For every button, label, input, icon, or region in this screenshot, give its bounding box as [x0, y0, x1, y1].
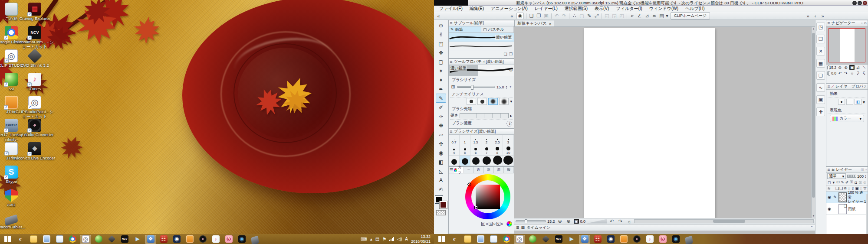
touch-keyboard-icon[interactable]: ⌨	[361, 237, 367, 241]
taskbar-clip-studio-icon[interactable]: ◎	[80, 235, 91, 244]
tool-zoom[interactable]: ⊙	[436, 21, 446, 30]
taskbar-explorer-icon[interactable]	[28, 235, 39, 244]
taskbar-any-audio-icon[interactable]	[197, 235, 208, 244]
select-dots-button[interactable]: ∴	[571, 13, 578, 19]
taskbar-wacom-icon[interactable]	[249, 235, 260, 244]
taskbar-dvd-shrink-icon[interactable]	[106, 235, 117, 244]
menu-window[interactable]: ウィンドウ(W)	[646, 6, 682, 12]
ruler-menu-button[interactable]: ▤	[658, 13, 665, 19]
dropdown-icon[interactable]: ▾	[510, 99, 512, 104]
clip-to-layer-button[interactable]: ⬭	[836, 180, 840, 185]
expand-timeline-icon[interactable]: ⌃	[810, 225, 813, 230]
desktop-icon-avg[interactable]: AVG	[0, 189, 32, 208]
desktop-icon-niconico-live-encoder[interactable]: ◆➚Niconico Live Encoder	[14, 142, 56, 161]
maximize-button[interactable]: □	[858, 1, 862, 5]
taskbar-computer-icon[interactable]	[41, 235, 52, 244]
tab-color-mixing[interactable]: 混	[494, 167, 504, 173]
size-0.7[interactable]: 0.7	[449, 135, 460, 145]
clip-studio-launch-button[interactable]: ◉	[516, 13, 524, 19]
tab-subview-icon[interactable]: ▫	[861, 21, 862, 25]
taskbar-clock[interactable]: 13:322016/05/21	[411, 234, 432, 244]
menu-filter[interactable]: フィルター(I)	[612, 6, 645, 12]
blend-mode-dropdown[interactable]: 通常▾	[827, 173, 846, 179]
show-hidden-icons[interactable]: ▴	[370, 237, 372, 241]
tool-pen[interactable]: ✒	[436, 85, 446, 94]
right-arrow-icon[interactable]: ▸	[510, 114, 512, 118]
tone-panel-icon[interactable]: ▦	[816, 59, 825, 68]
panel-menu-icon[interactable]: ≣	[450, 21, 453, 25]
collapse-panel-icon[interactable]: «	[508, 13, 516, 19]
taskbar-notepad-icon[interactable]	[54, 235, 65, 244]
taskbar-any-audio-icon[interactable]	[631, 235, 642, 244]
vscroll-thumb[interactable]	[812, 33, 815, 198]
layer-fill-button[interactable]: ◻	[827, 180, 831, 185]
menu-help[interactable]: ヘルプ(H)	[682, 6, 708, 12]
menu-view[interactable]: 表示(V)	[591, 6, 612, 12]
tool-pencil-selected[interactable]: ✎	[436, 94, 446, 103]
volume-icon[interactable]: ◁)	[397, 237, 402, 241]
close-button[interactable]: ×	[863, 1, 867, 5]
fit-screen-button[interactable]: ▣	[574, 219, 579, 224]
size-1[interactable]: 1	[460, 135, 470, 145]
taskbar-mpc-icon[interactable]: ◉	[236, 235, 247, 244]
antialias-strong[interactable]	[499, 98, 509, 105]
draft-layer-button[interactable]: ✐	[845, 180, 849, 185]
taskbar-mpc-icon[interactable]: ◉	[670, 235, 681, 244]
expand-right-dock-icon[interactable]: »	[819, 13, 826, 19]
opacity-spinner[interactable]: ▲▼	[865, 175, 867, 178]
antialias-weak[interactable]	[477, 98, 487, 105]
taskbar-player-icon[interactable]: ▶	[132, 235, 143, 244]
desktop-icon-wacom[interactable]: WacomTablet...	[0, 213, 32, 230]
nav-flip-h[interactable]: ⇄	[855, 65, 861, 70]
tool-figure[interactable]: ◺	[436, 166, 446, 176]
taskbar-ncv-icon[interactable]: NCV	[553, 235, 564, 244]
subtool-tab-pencil[interactable]: ✎鉛筆	[449, 26, 481, 33]
layer-fill-dropdown[interactable]: ▾	[832, 180, 835, 185]
layer-row-paper[interactable]: ◉ ❏ 用紙	[826, 203, 868, 215]
size-2.5[interactable]: 2.5	[492, 135, 503, 145]
image-material-panel-icon[interactable]: ▣	[816, 95, 825, 104]
tab-color-history[interactable]: 履	[504, 167, 514, 173]
expression-color-dropdown[interactable]: カラー ▾	[830, 115, 864, 122]
nav-rotate-left[interactable]: ↶	[837, 71, 842, 75]
panel-menu-icon[interactable]: ≣	[449, 166, 454, 173]
size-8[interactable]: 8	[492, 145, 503, 156]
taskbar-chrome-icon[interactable]	[67, 235, 78, 244]
paper-material-panel-icon[interactable]: ❏	[816, 71, 825, 80]
reset-rotation-button[interactable]: ☼	[625, 218, 633, 224]
horizontal-scrollbar[interactable]	[634, 219, 814, 223]
tab-color-wheel[interactable]: カラ	[454, 167, 464, 173]
lock-layer-button[interactable]: ⚿	[849, 180, 853, 185]
taskbar-ie-icon[interactable]: e	[449, 235, 460, 244]
taskbar-explorer-icon[interactable]	[462, 235, 473, 244]
taskbar-jtrim-icon[interactable]	[184, 235, 195, 244]
tool-blend[interactable]: ✣	[436, 139, 446, 148]
layer-row-layer1[interactable]: ◉ ✎ 100 % 通常レイヤー 1	[826, 192, 868, 203]
snap-grid-button[interactable]: ≍	[651, 13, 658, 19]
new-layer-button[interactable]: ❏	[835, 186, 839, 191]
desktop-icon-ncv[interactable]: NCV➚NiconamaCom... - ショートカット	[14, 26, 56, 49]
dropdown-icon[interactable]: ▾	[665, 13, 669, 19]
size-6[interactable]: 6	[470, 145, 481, 156]
customize-dashed-icon[interactable]	[506, 121, 512, 127]
action-center-icon[interactable]: ▤	[375, 237, 379, 241]
cursor-snap-button[interactable]: ➢	[628, 13, 636, 19]
frame-button[interactable]: ◰	[618, 13, 625, 19]
taskbar-robot-app-icon[interactable]: ☷	[592, 235, 603, 244]
nav-reset-rotation[interactable]: ☼	[849, 71, 855, 75]
undo-button[interactable]: ↶	[553, 13, 560, 19]
antialias-none[interactable]	[467, 98, 476, 105]
collapse-left-dock-icon[interactable]: «	[435, 13, 442, 19]
save-button[interactable]: ▣	[542, 13, 550, 19]
timeline-bar[interactable]: ≣ ▦ タイムライン ⌃	[514, 224, 815, 231]
size-10[interactable]: 10	[503, 145, 514, 156]
menu-animation[interactable]: アニメーション(A)	[487, 6, 531, 12]
vertical-scrollbar[interactable]: ▴ ▾	[811, 27, 815, 218]
tool-gradient[interactable]: ◧	[436, 157, 446, 166]
brush-size-slider[interactable]	[457, 86, 495, 88]
crop-button[interactable]: ◱	[603, 13, 611, 19]
taskbar-mouth-app-icon[interactable]: ω	[657, 235, 668, 244]
saturation-value-square[interactable]	[476, 185, 500, 209]
taskbar-remote-app-icon[interactable]: ❖	[579, 235, 590, 244]
tool-text[interactable]: A	[436, 176, 446, 185]
